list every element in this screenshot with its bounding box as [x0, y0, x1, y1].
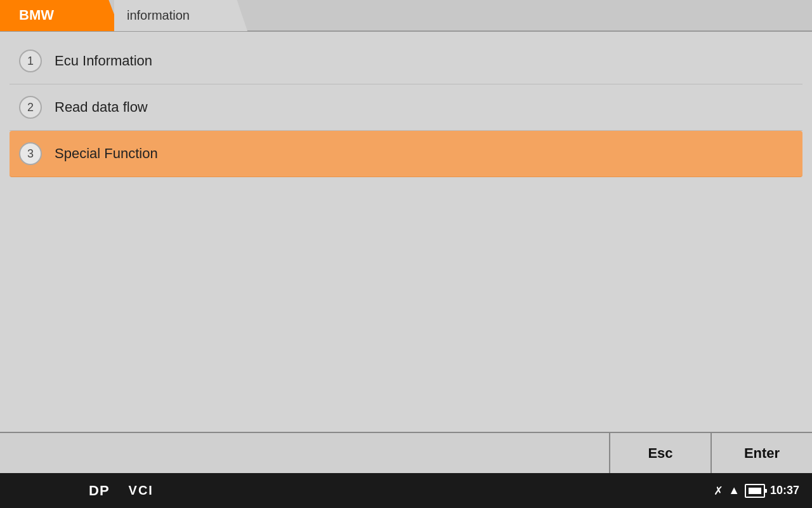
esc-button[interactable]: Esc	[609, 433, 710, 473]
wifi-icon: ▲	[728, 484, 740, 497]
vci-icon[interactable]: VCI	[129, 483, 154, 498]
system-bar: DP VCI ✗ ▲ 10:37	[0, 473, 812, 508]
menu-item-ecu[interactable]: 1 Ecu Information	[10, 38, 802, 84]
action-spacer	[0, 433, 609, 473]
enter-button[interactable]: Enter	[710, 433, 812, 473]
system-icons-left: DP VCI	[13, 483, 154, 499]
menu-item-label-1: Ecu Information	[55, 53, 152, 69]
menu-item-label-3: Special Function	[55, 145, 158, 162]
menu-item-special[interactable]: 3 Special Function	[10, 131, 802, 177]
menu-item-read-data[interactable]: 2 Read data flow	[10, 84, 802, 131]
brand-tab[interactable]: BMW	[0, 0, 121, 31]
battery-icon	[745, 484, 765, 498]
header: BMW information	[0, 0, 812, 32]
dp-icon[interactable]: DP	[89, 483, 110, 499]
info-tab[interactable]: information	[114, 0, 247, 31]
menu-item-number-2: 2	[19, 96, 42, 119]
bluetooth-icon: ✗	[714, 484, 723, 498]
tab-label: information	[127, 8, 190, 23]
dp-label: DP	[89, 483, 110, 499]
vci-label: VCI	[129, 483, 154, 498]
enter-label: Enter	[744, 445, 780, 462]
esc-label: Esc	[648, 445, 672, 462]
system-status: ✗ ▲ 10:37	[714, 484, 799, 498]
brand-label: BMW	[19, 7, 54, 23]
system-time: 10:37	[770, 484, 799, 497]
main-content: 1 Ecu Information 2 Read data flow 3 Spe…	[0, 32, 812, 432]
menu-item-number-1: 1	[19, 50, 42, 72]
menu-item-number-3: 3	[19, 142, 42, 165]
action-bar: Esc Enter	[0, 432, 812, 473]
menu-item-label-2: Read data flow	[55, 99, 148, 116]
